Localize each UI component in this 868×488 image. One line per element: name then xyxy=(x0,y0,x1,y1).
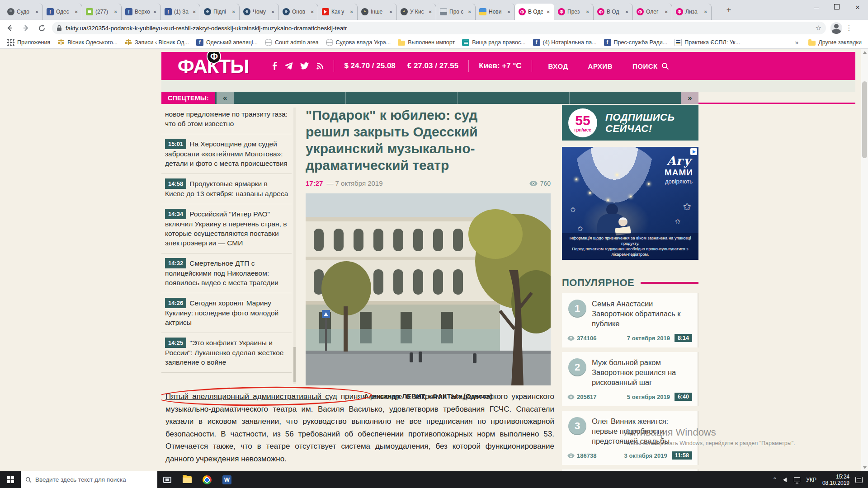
start-button[interactable] xyxy=(0,471,21,488)
bookmark-item[interactable]: Судова влада Укра... xyxy=(326,39,391,46)
tab-close-icon[interactable]: ✕ xyxy=(191,9,198,15)
news-item[interactable]: 14:25"Это конфликт Украины и России": Лу… xyxy=(161,333,292,373)
browser-tab[interactable]: (277) ✕ xyxy=(82,4,122,20)
tab-close-icon[interactable]: ✕ xyxy=(73,9,80,15)
news-scrollbar[interactable] xyxy=(293,108,296,384)
news-item[interactable]: 14:26Сегодня хоронят Марину Куклину: пос… xyxy=(161,293,292,333)
tab-close-icon[interactable]: ✕ xyxy=(624,9,630,15)
popular-item[interactable]: 1 Семья Анастасии Заворотнюк обратилась … xyxy=(562,293,698,347)
browser-tab[interactable]: Судо ✕ xyxy=(4,4,43,20)
rss-icon[interactable] xyxy=(316,62,324,70)
other-bookmarks-folder[interactable]: Другие закладки xyxy=(808,39,862,46)
archive-link[interactable]: АРХИВ xyxy=(588,62,613,70)
browser-menu-icon[interactable]: ⋮ xyxy=(845,24,853,32)
browser-tab[interactable]: Інше ✕ xyxy=(358,4,397,20)
bookmark-item[interactable]: Практика ЄСПЛ: Ук... xyxy=(675,39,740,46)
tab-close-icon[interactable]: ✕ xyxy=(34,9,40,15)
spectemy-topic[interactable] xyxy=(457,92,569,104)
news-item[interactable]: 14:34Российский "Интер РАО" включил Укра… xyxy=(161,204,292,253)
tab-close-icon[interactable]: ✕ xyxy=(545,9,552,15)
article-body-link[interactable]: Пятый апелляционный административный суд xyxy=(165,392,337,401)
tab-close-icon[interactable]: ✕ xyxy=(231,9,237,15)
reload-button[interactable] xyxy=(36,22,47,34)
spectemy-topic[interactable] xyxy=(569,92,681,104)
tab-close-icon[interactable]: ✕ xyxy=(113,9,119,15)
browser-tab[interactable]: Онов ✕ xyxy=(279,4,318,20)
browser-tab[interactable]: Про с ✕ xyxy=(436,4,476,20)
spectemy-topic[interactable] xyxy=(345,92,458,104)
language-indicator[interactable]: УКР xyxy=(806,477,816,483)
tab-close-icon[interactable]: ✕ xyxy=(703,9,709,15)
tray-chevron-icon[interactable]: ⌃ xyxy=(772,476,777,483)
browser-tab[interactable]: Одес ✕ xyxy=(43,4,82,20)
tab-close-icon[interactable]: ✕ xyxy=(309,9,316,15)
browser-tab[interactable]: Підлі ✕ xyxy=(200,4,240,20)
taskbar-clock[interactable]: 15:24 08.10.2019 xyxy=(822,474,849,486)
bookmark-item[interactable]: Записи ‹ Вісник Од... xyxy=(125,39,189,46)
notification-center-icon[interactable] xyxy=(855,477,863,483)
browser-tab[interactable]: В Оде ✕ xyxy=(515,4,554,20)
bookmark-item[interactable]: Прес-служба Ради... xyxy=(604,39,668,46)
telegram-icon[interactable] xyxy=(284,62,293,70)
tab-close-icon[interactable]: ✕ xyxy=(388,9,394,15)
spectemy-topic[interactable] xyxy=(234,92,345,104)
site-logo[interactable]: ФАКТЫ Ф xyxy=(178,56,249,76)
bookmarks-overflow-chevron[interactable]: » xyxy=(795,39,798,46)
bookmark-item[interactable]: Выполнен импорт xyxy=(398,39,455,46)
profile-avatar[interactable] xyxy=(830,22,842,34)
bookmark-item[interactable]: Одеський апеляці... xyxy=(196,39,258,46)
file-explorer-icon[interactable] xyxy=(177,471,197,488)
new-tab-button[interactable]: + xyxy=(722,4,735,16)
window-maximize-button[interactable] xyxy=(826,4,847,11)
ad-banner[interactable]: ✩ ✩ ✩ ✩ Агу МАМИ довіряють Інформація що… xyxy=(562,147,698,260)
volume-icon[interactable] xyxy=(783,478,787,482)
tab-close-icon[interactable]: ✕ xyxy=(506,9,512,15)
window-minimize-button[interactable] xyxy=(806,4,826,11)
network-icon[interactable] xyxy=(794,477,800,482)
tab-close-icon[interactable]: ✕ xyxy=(152,9,158,15)
spectemy-next-arrow[interactable]: » xyxy=(681,92,698,104)
popular-item[interactable]: 3 Олег Винник женится: первые подробност… xyxy=(562,411,698,465)
bookmark-item[interactable]: Приложения xyxy=(7,39,50,46)
bookmark-star-icon[interactable]: ☆ xyxy=(816,24,821,32)
subscribe-banner[interactable]: 55 грн/мес ПОДПИШИСЬ СЕЙЧАС! xyxy=(562,105,698,141)
page-scrollbar[interactable] xyxy=(861,49,868,471)
browser-tab[interactable]: Верхо ✕ xyxy=(122,4,161,20)
tab-close-icon[interactable]: ✕ xyxy=(467,9,473,15)
browser-tab[interactable]: Лиза ✕ xyxy=(672,4,712,20)
scroll-thumb[interactable] xyxy=(862,81,867,158)
bookmark-item[interactable]: Вісник Одеського... xyxy=(57,39,118,46)
taskbar-search[interactable]: Введите здесь текст для поиска xyxy=(21,471,157,488)
browser-tab[interactable]: През ✕ xyxy=(554,4,594,20)
bookmark-item[interactable]: Court admin area xyxy=(265,39,319,46)
news-item[interactable]: 14:32Смертельное ДТП с полицейскими под … xyxy=(161,253,292,293)
login-link[interactable]: ВХОД xyxy=(548,62,568,70)
news-item[interactable]: 15:01На Херсонщине дом судей забросали «… xyxy=(161,134,292,174)
news-item[interactable]: 14:58Продуктовые ярмарки в Киеве до 13 о… xyxy=(161,174,292,204)
spectemy-prev-arrow[interactable]: « xyxy=(217,92,234,104)
scroll-down-arrow[interactable] xyxy=(863,466,867,469)
popular-item[interactable]: 2 Муж больной раком Заворотнюк решился н… xyxy=(562,352,698,406)
bookmark-item[interactable]: Вища рада правос... xyxy=(462,39,525,46)
chrome-icon[interactable] xyxy=(197,471,217,488)
word-icon[interactable]: W xyxy=(217,471,237,488)
scroll-up-arrow[interactable] xyxy=(863,51,867,54)
browser-tab[interactable]: Олег ✕ xyxy=(633,4,672,20)
adchoices-icon[interactable] xyxy=(690,148,697,155)
task-view-button[interactable] xyxy=(157,471,177,488)
browser-tab[interactable]: Нови ✕ xyxy=(476,4,515,20)
tab-close-icon[interactable]: ✕ xyxy=(663,9,670,15)
window-close-button[interactable]: ✕ xyxy=(847,4,868,11)
browser-tab[interactable]: Чому ✕ xyxy=(240,4,279,20)
facebook-icon[interactable] xyxy=(272,62,277,70)
browser-tab[interactable]: В Од ✕ xyxy=(594,4,633,20)
tab-close-icon[interactable]: ✕ xyxy=(270,9,276,15)
tab-close-icon[interactable]: ✕ xyxy=(427,9,434,15)
news-scroll-thumb[interactable] xyxy=(293,347,296,382)
tab-close-icon[interactable]: ✕ xyxy=(349,9,355,15)
search-link[interactable]: ПОИСК xyxy=(632,62,669,70)
tab-close-icon[interactable]: ✕ xyxy=(585,9,591,15)
browser-tab[interactable]: Как у ✕ xyxy=(318,4,358,20)
back-button[interactable] xyxy=(4,22,16,34)
bookmark-item[interactable]: (4) Нотаріальна па... xyxy=(533,39,597,46)
